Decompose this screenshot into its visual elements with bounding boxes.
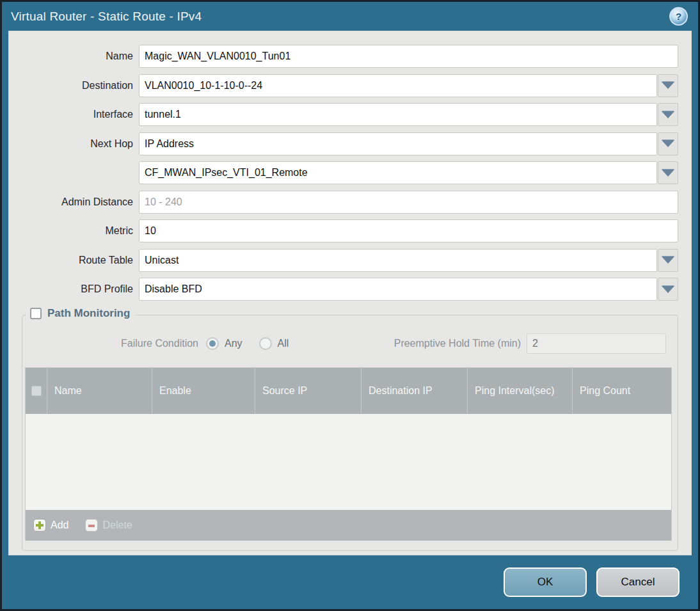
metric-input[interactable]	[139, 219, 678, 242]
delete-button: Delete	[85, 519, 132, 532]
route-table-input[interactable]	[139, 249, 657, 272]
add-button[interactable]: Add	[33, 519, 68, 532]
static-route-dialog: Virtual Router - Static Route - IPv4 ? N…	[0, 0, 700, 611]
table-header-ping-count: Ping Count	[573, 368, 671, 414]
dialog-title: Virtual Router - Static Route - IPv4	[11, 10, 202, 24]
next-hop-address-input[interactable]	[139, 161, 657, 184]
interface-dropdown-button[interactable]	[658, 103, 678, 126]
failure-condition-any-label: Any	[225, 338, 243, 349]
table-toolbar: Add Delete	[26, 510, 671, 541]
interface-label: Interface	[9, 103, 139, 126]
path-monitoring-title: Path Monitoring	[47, 307, 130, 320]
table-body-empty	[26, 414, 671, 510]
metric-label: Metric	[9, 219, 139, 242]
form-row-next-hop-address	[9, 161, 678, 184]
next-hop-address-label	[9, 161, 139, 184]
destination-input[interactable]	[139, 74, 657, 97]
help-icon[interactable]: ?	[669, 7, 688, 26]
add-button-label: Add	[51, 520, 68, 531]
chevron-down-icon	[662, 170, 674, 177]
chevron-down-icon	[662, 82, 674, 89]
preemptive-hold-time-label: Preemptive Hold Time (min)	[394, 338, 521, 349]
interface-input[interactable]	[139, 103, 657, 126]
next-hop-address-dropdown-button[interactable]	[658, 161, 678, 184]
titlebar: Virtual Router - Static Route - IPv4 ?	[2, 2, 698, 31]
next-hop-type-input[interactable]	[139, 132, 657, 155]
path-monitoring-checkbox[interactable]	[30, 308, 42, 319]
form-row-bfd-profile: BFD Profile	[9, 278, 678, 301]
form-row-name: Name	[9, 45, 678, 68]
bfd-profile-dropdown-button[interactable]	[658, 278, 678, 301]
route-table-dropdown-button[interactable]	[658, 249, 678, 272]
next-hop-label: Next Hop	[9, 132, 139, 155]
admin-distance-input[interactable]	[139, 191, 678, 214]
admin-distance-label: Admin Distance	[9, 191, 139, 214]
path-monitoring-legend: Path Monitoring	[26, 307, 136, 320]
chevron-down-icon	[662, 257, 674, 264]
table-header-name: Name	[47, 368, 152, 414]
failure-condition-label: Failure Condition	[22, 338, 206, 349]
table-header-checkbox-cell	[26, 368, 47, 414]
form-row-admin-distance: Admin Distance	[9, 191, 678, 214]
table-header-ping-interval: Ping Interval(sec)	[468, 368, 573, 414]
path-monitoring-group: Path Monitoring Failure Condition Any Al…	[22, 315, 678, 551]
bfd-profile-input[interactable]	[139, 278, 657, 301]
chevron-down-icon	[662, 140, 674, 147]
failure-condition-any-radio	[206, 337, 219, 350]
table-header-row: Name Enable Source IP Destination IP Pin…	[26, 368, 671, 414]
chevron-down-icon	[662, 111, 674, 118]
path-monitoring-table: Name Enable Source IP Destination IP Pin…	[25, 367, 672, 541]
dialog-footer: OK Cancel	[2, 555, 698, 609]
name-input[interactable]	[139, 45, 678, 68]
delete-button-label: Delete	[102, 520, 132, 531]
cancel-button[interactable]: Cancel	[596, 567, 680, 597]
form-row-metric: Metric	[9, 219, 678, 242]
failure-condition-all-radio	[259, 337, 272, 350]
name-label: Name	[9, 45, 139, 68]
preemptive-hold-time-input	[527, 333, 666, 354]
select-all-checkbox	[31, 386, 42, 396]
chevron-down-icon	[662, 286, 674, 293]
destination-label: Destination	[9, 74, 139, 97]
failure-condition-row: Failure Condition Any All Preemptive Hol…	[22, 333, 666, 354]
minus-icon	[85, 519, 98, 532]
form-row-destination: Destination	[9, 74, 678, 97]
dialog-content: Name Destination Interface Next Hop	[8, 31, 692, 555]
bfd-profile-label: BFD Profile	[9, 278, 139, 301]
plus-icon	[33, 519, 46, 532]
table-header-source-ip: Source IP	[255, 368, 362, 414]
route-table-label: Route Table	[9, 249, 139, 272]
table-header-destination-ip: Destination IP	[362, 368, 468, 414]
table-header-enable: Enable	[152, 368, 255, 414]
destination-dropdown-button[interactable]	[658, 74, 678, 97]
next-hop-type-dropdown-button[interactable]	[658, 132, 678, 155]
form-row-interface: Interface	[9, 103, 678, 126]
form-row-next-hop: Next Hop	[9, 132, 678, 155]
failure-condition-all-label: All	[278, 338, 289, 349]
form-row-route-table: Route Table	[9, 249, 678, 272]
ok-button[interactable]: OK	[504, 567, 587, 597]
